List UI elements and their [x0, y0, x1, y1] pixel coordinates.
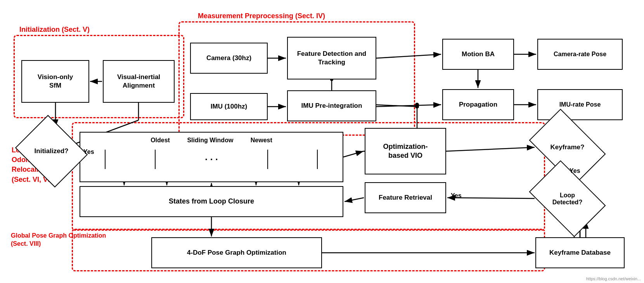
keyframe-database-box: Keyframe Database: [535, 237, 625, 268]
global-pose-label: Global Pose Graph Optimization(Sect. VII…: [11, 232, 106, 248]
initialized-diamond: Initialized?: [23, 128, 80, 174]
feature-retrieval-box: Feature Retrieval: [365, 182, 446, 213]
motion-ba-box: Motion BA: [442, 39, 514, 70]
visual-inertial-alignment-box: Visual-inertialAlignment: [103, 60, 175, 103]
propagation-box: Propagation: [442, 89, 514, 120]
measurement-preprocessing-label: Measurement Preprocessing (Sect. IV): [198, 12, 325, 21]
feature-detection-box: Feature Detection and Tracking: [287, 37, 376, 79]
yes-keyframe-label: Yes: [570, 167, 580, 174]
svg-point-5: [415, 105, 419, 109]
camera-rate-pose-box: Camera-rate Pose: [537, 39, 623, 70]
optimization-vio-box: Optimization-based VIO: [365, 128, 446, 174]
yes-initialized-label: Yes: [83, 148, 94, 155]
pose-graph-box: 4-DoF Pose Graph Optimization: [151, 237, 322, 268]
vision-only-sfm-box: Vision-onlySfM: [21, 60, 89, 103]
loop-detected-diamond: LoopDetected?: [535, 176, 599, 221]
diagram: Measurement Preprocessing (Sect. IV) Ini…: [0, 0, 644, 283]
yes-loop-label: Yes: [451, 192, 462, 199]
states-loop-closure-box: States from Loop Closure: [80, 186, 343, 217]
imu-preintegration-box: IMU Pre-integration: [287, 90, 376, 121]
imu-rate-pose-box: IMU-rate Pose: [537, 89, 623, 120]
watermark: https://blog.csdn.net/weixin...: [586, 276, 641, 281]
svg-point-37: [415, 103, 419, 107]
initialization-label: Initialization (Sect. V): [19, 25, 90, 34]
camera-box: Camera (30hz): [190, 43, 268, 74]
keyframe-diamond: Keyframe?: [535, 125, 599, 169]
imu-box: IMU (100hz): [190, 93, 268, 120]
sliding-window-box: Oldest Sliding Window Newest · · ·: [80, 132, 343, 182]
